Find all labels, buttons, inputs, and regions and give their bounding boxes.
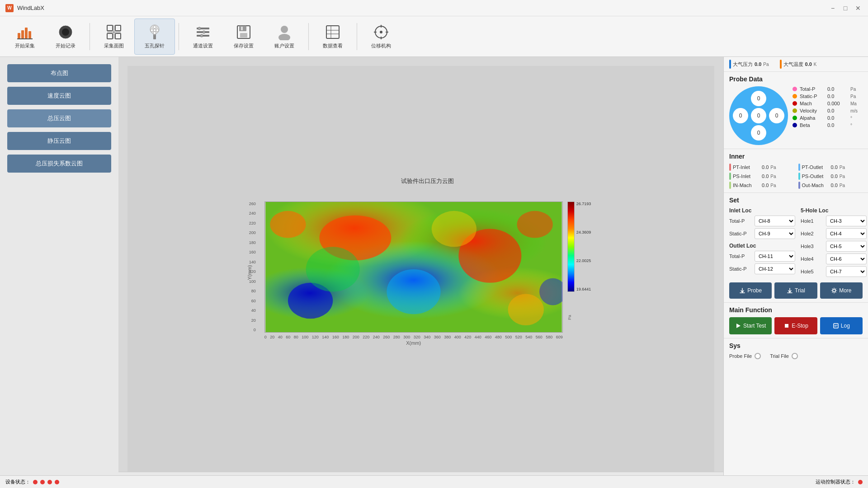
main-layout: 布点图 速度云图 总压云图 静压云图 总压损失系数云图 试验件出口压力云图 Y(… (0, 57, 868, 488)
device-status: 设备状态： (5, 479, 59, 485)
toolbar-item-five-hole[interactable]: 五孔探针 (134, 19, 175, 55)
inner-left: PT-Inlet 0.0 Pa PS-Inlet 0.0 Pa IN-Mach … (729, 164, 794, 189)
beta-value: 0.0 (827, 122, 848, 128)
inlet-loc-title: Inlet Loc (729, 207, 795, 214)
e-stop-button[interactable]: E-Stop (774, 317, 817, 334)
total-p-unit: Pa (850, 87, 856, 92)
inlet-static-p-select[interactable]: CH-9CH-1CH-2 (755, 228, 795, 239)
more-button[interactable]: More (820, 282, 863, 299)
start-test-label: Start Test (743, 323, 766, 329)
probe-hole-bottom: 0 (751, 125, 766, 141)
inner-in-mach: IN-Mach 0.0 Pa (729, 182, 794, 189)
hole3-select[interactable]: CH-5CH-1 (826, 241, 867, 252)
pt-inlet-unit: Pa (770, 165, 776, 170)
toolbar-item-start-collect[interactable]: 开始采集 (5, 19, 45, 55)
sidebar-btn-velocity-map[interactable]: 速度云图 (7, 87, 111, 105)
toolbar-item-collect-face[interactable]: 采集面图 (94, 19, 134, 55)
atm-pressure-value: 0.0 (755, 61, 761, 67)
hole5-row: Hole5 CH-7CH-1 (801, 266, 867, 277)
toolbar-item-data-view[interactable]: 数据查看 (312, 19, 353, 55)
outlet-total-p-select[interactable]: CH-11CH-1 (755, 251, 795, 262)
save-icon (235, 23, 252, 41)
svg-point-58 (833, 289, 835, 292)
probe-readings: Total-P 0.0 Pa Static-P 0.0 Pa Mach 0.00… (793, 86, 863, 145)
probe-file-radio[interactable] (755, 353, 761, 359)
trial-file-item: Trial File (770, 353, 798, 359)
svg-point-50 (387, 269, 440, 314)
alpaha-value: 0.0 (827, 115, 848, 121)
toolbar-item-save-set[interactable]: 保存设置 (223, 19, 264, 55)
hole1-select[interactable]: CH-3CH-1 (826, 216, 867, 226)
svg-rect-29 (241, 27, 243, 30)
ps-inlet-unit: Pa (770, 174, 776, 179)
hole2-select[interactable]: CH-4CH-1 (826, 228, 867, 239)
chart-container: 试验件出口压力云图 Y(mm) 260 240 220 200 180 (127, 66, 714, 479)
in-mach-unit: Pa (770, 183, 776, 188)
inner-pt-inlet: PT-Inlet 0.0 Pa (729, 164, 794, 171)
right-panel: 大气压力 0.0 Pa 大气温度 0.0 K Probe Data 0 0 (723, 57, 868, 488)
title-bar-left: W WindLabX (5, 4, 44, 12)
trial-file-radio[interactable] (792, 353, 798, 359)
more-button-label: More (839, 287, 851, 294)
outlet-static-p-select[interactable]: CH-12CH-1 (755, 263, 795, 274)
svg-point-15 (151, 29, 153, 32)
close-button[interactable]: ✕ (854, 4, 863, 13)
inlet-total-p-select[interactable]: CH-8CH-1CH-2CH-3 (755, 216, 795, 226)
toolbar-sep-4 (357, 23, 357, 50)
svg-rect-3 (28, 31, 31, 38)
hole1-label: Hole1 (801, 218, 823, 224)
total-p-value: 0.0 (827, 86, 848, 92)
probe-icon (146, 23, 163, 41)
chart-icon (16, 23, 33, 41)
inner-pt-outlet: PT-Outlet 0.0 Pa (798, 164, 863, 171)
stop-icon (783, 323, 790, 329)
inlet-static-p-label: Static-P (729, 231, 752, 236)
alpaha-dot (793, 116, 797, 120)
probe-button[interactable]: Probe (729, 282, 772, 299)
probe-diagram: 0 0 0 0 0 (729, 86, 788, 145)
trial-button[interactable]: Trial (774, 282, 817, 299)
toolbar-label-data-view: 数据查看 (323, 42, 343, 49)
out-mach-label: Out-Mach (802, 183, 829, 188)
toolbar-item-position-mech[interactable]: 位移机构 (361, 19, 401, 55)
sidebar-btn-static-pressure-map[interactable]: 静压云图 (7, 132, 111, 150)
pt-outlet-value: 0.0 (831, 164, 838, 170)
minimize-button[interactable]: − (828, 4, 837, 13)
pt-inlet-value: 0.0 (762, 164, 769, 170)
status-dot-2 (40, 480, 45, 484)
inner-title: Inner (729, 153, 863, 160)
inner-out-mach: Out-Mach 0.0 Pa (798, 182, 863, 189)
start-test-button[interactable]: Start Test (729, 317, 772, 334)
outlet-static-p-row: Static-P CH-12CH-1 (729, 263, 795, 274)
sys-section: Sys Probe File Trial File (724, 338, 868, 363)
toolbar-label-channel-set: 通道设置 (193, 42, 213, 49)
toolbar-item-channel-set[interactable]: 通道设置 (183, 19, 223, 55)
main-function-section: Main Function Start Test E-Stop Log (724, 303, 868, 338)
velocity-label: Velocity (800, 108, 825, 113)
toolbar: 开始采集 开始记录 采集面图 (0, 16, 868, 57)
sidebar-btn-point-map[interactable]: 布点图 (7, 64, 111, 82)
hole4-select[interactable]: CH-6CH-1 (826, 253, 867, 264)
hole2-row: Hole2 CH-4CH-1 (801, 228, 867, 239)
position-icon (373, 23, 390, 41)
colorbar-min: 19.6441 (576, 287, 591, 291)
probe-reading-alpaha: Alpaha 0.0 ° (793, 115, 863, 121)
maximize-button[interactable]: □ (841, 4, 850, 13)
app-logo: W (5, 4, 14, 12)
svg-rect-8 (115, 25, 121, 31)
hole5-select[interactable]: CH-7CH-1 (826, 266, 867, 277)
toolbar-item-start-record[interactable]: 开始记录 (45, 19, 86, 55)
svg-rect-2 (25, 28, 28, 38)
sidebar-btn-loss-coeff-map[interactable]: 总压损失系数云图 (7, 155, 111, 173)
status-bar: 设备状态： 运动控制器状态： (0, 475, 868, 488)
probe-hole-right: 0 (769, 108, 784, 123)
five-hole-loc: 5-Hole Loc Hole1 CH-3CH-1 Hole2 CH-4CH-1 (801, 207, 867, 279)
trial-file-label: Trial File (770, 353, 789, 359)
svg-rect-9 (107, 33, 113, 39)
status-dot-3 (47, 480, 52, 484)
sidebar-btn-total-pressure-map[interactable]: 总压云图 (7, 109, 111, 127)
set-title: Set (729, 197, 863, 204)
log-button[interactable]: Log (820, 317, 863, 334)
hole2-label: Hole2 (801, 231, 823, 236)
toolbar-item-user-set[interactable]: 账户设置 (264, 19, 305, 55)
